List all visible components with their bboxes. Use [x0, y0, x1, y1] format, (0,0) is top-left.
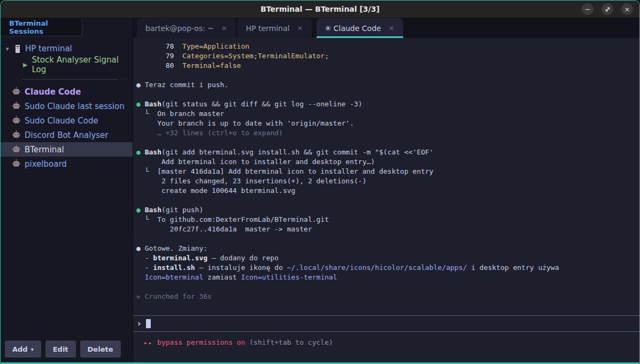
- terminal-line: ● Gotowe. Zmiany:: [136, 244, 639, 253]
- session-label: pixelboard: [25, 159, 67, 169]
- terminal-line: [136, 71, 639, 80]
- terminal-line: 80 Terminal=false: [136, 61, 639, 71]
- play-icon: ▶: [23, 61, 27, 68]
- tab-label: ✳ Claude Code: [325, 24, 381, 33]
- terminal-line: 2 files changed, 23 insertions(+), 2 del…: [136, 176, 639, 186]
- terminal-line: Your branch is up to date with 'origin/m…: [136, 119, 639, 128]
- close-button[interactable]: ×: [621, 3, 633, 15]
- session-label: Sudo Claude Code: [25, 116, 98, 126]
- terminal-line: 78 Type=Application: [136, 42, 639, 51]
- permissions-hint-text: (shift+tab to cycle): [245, 338, 333, 346]
- session-item-discord-bot-analyser[interactable]: Discord Bot Analyser: [1, 128, 133, 142]
- permissions-mode-text: bypass permissions on: [157, 338, 245, 346]
- terminal-line: … +32 lines (ctrl+o to expand): [136, 128, 639, 138]
- session-label: Discord Bot Analyser: [25, 130, 108, 140]
- robot-icon: [12, 130, 20, 141]
- sessions-header: BTerminal Sessions: [1, 18, 82, 36]
- window-controls: − ×: [582, 3, 639, 15]
- text-cursor: [146, 319, 151, 328]
- terminal-line: Add bterminal icon to installer and desk…: [136, 157, 639, 167]
- double-arrow-icon: ▸▸: [144, 339, 153, 346]
- terminal-line: └ To github.com:DexterFromLab/BTerminal.…: [136, 215, 639, 224]
- session-item-sudo-claude-code[interactable]: Sudo Claude Code: [1, 113, 133, 128]
- tab-hp-terminal[interactable]: HP terminal ×: [237, 18, 312, 38]
- terminal-line: Icon=bterminal zamiast Icon=utilities-te…: [136, 273, 639, 282]
- add-button[interactable]: Add ▾: [5, 340, 41, 358]
- close-tab-icon[interactable]: ×: [221, 24, 227, 32]
- main-area: bartek@pop-os: ~ × HP terminal × ✳ Claud…: [133, 18, 639, 362]
- tab-bar: bartek@pop-os: ~ × HP terminal × ✳ Claud…: [133, 18, 639, 38]
- session-item-claude-code[interactable]: Claude Code: [1, 84, 133, 99]
- minimize-button[interactable]: −: [582, 3, 593, 15]
- prompt-input[interactable]: ›: [133, 315, 639, 332]
- sidebar-footer: Add ▾ Edit Delete: [1, 340, 133, 362]
- sidebar-divider: ···: [22, 77, 127, 81]
- chevron-down-icon[interactable]: ▾: [6, 45, 14, 52]
- session-label: Claude Code: [25, 87, 81, 97]
- titlebar: BTerminal — BTerminal [3/3] − ×: [1, 1, 639, 18]
- terminal-line: 79 Categories=System;TerminalEmulator;: [136, 51, 639, 61]
- tab-label: bartek@pop-os: ~: [145, 24, 214, 33]
- maximize-icon: [605, 6, 611, 12]
- terminal-line: └ On branch master: [136, 109, 639, 119]
- terminal-line: [136, 138, 639, 148]
- tree-item-label: Stock Analyser Signal Log: [32, 55, 133, 74]
- session-item-bterminal[interactable]: BTerminal: [1, 142, 133, 157]
- maximize-button[interactable]: [602, 3, 613, 15]
- terminal-output: 78 Type=Application 79 Categories=System…: [133, 38, 639, 301]
- prompt-chevron-icon: ›: [136, 319, 142, 328]
- terminal-line: [136, 282, 639, 292]
- terminal-line: create mode 100644 bterminal.svg: [136, 186, 639, 196]
- session-label: Sudo Claude last session: [25, 102, 125, 111]
- terminal-line: ● Bash(git status && git diff && git log…: [136, 99, 639, 109]
- terminal-line: - install.sh — instaluje ikonę do ~/.loc…: [136, 263, 639, 273]
- robot-icon: [12, 159, 20, 169]
- tree-item-hp-terminal[interactable]: ▾ HP terminal: [1, 41, 133, 57]
- window-title: BTerminal — BTerminal [3/3]: [1, 5, 639, 13]
- tree-item-label: HP terminal: [25, 44, 72, 53]
- tab-label: HP terminal: [246, 24, 290, 33]
- session-tree: ▾ HP terminal ▶ Stock Analyser Signal Lo…: [1, 36, 133, 73]
- sessions-sidebar: BTerminal Sessions ▾ HP terminal: [1, 18, 133, 362]
- close-tab-icon[interactable]: ×: [389, 24, 395, 32]
- edit-button[interactable]: Edit: [45, 340, 76, 358]
- robot-icon: [12, 144, 20, 155]
- tab-claude-code[interactable]: ✳ Claude Code ×: [317, 18, 403, 38]
- session-item-pixelboard[interactable]: pixelboard: [1, 157, 133, 171]
- permissions-status-line: ▸▸ bypass permissions on (shift+tab to c…: [133, 338, 639, 348]
- terminal-line: ✳ Crunched for 36s: [136, 292, 639, 301]
- close-icon: ×: [624, 6, 630, 13]
- terminal-line: ● Teraz commit i push.: [136, 80, 639, 90]
- terminal-line: └ [master 416da1a] Add bterminal icon to…: [136, 167, 639, 176]
- terminal-line: [136, 196, 639, 205]
- close-tab-icon[interactable]: ×: [297, 24, 303, 32]
- robot-icon: [12, 87, 20, 97]
- session-label: BTerminal: [25, 145, 64, 154]
- terminal-line: [136, 90, 639, 99]
- terminal-line: ● Bash(git add bterminal.svg install.sh …: [136, 148, 639, 157]
- robot-icon: [12, 101, 20, 112]
- caret-down-icon: ▾: [31, 346, 34, 352]
- terminal-line: 20fc27f..416da1a master -> master: [136, 224, 639, 234]
- tree-item-stock-analyser[interactable]: ▶ Stock Analyser Signal Log: [1, 57, 133, 73]
- minimize-icon: −: [585, 6, 591, 13]
- terminal-pane: 78 Type=Application 79 Categories=System…: [133, 38, 639, 362]
- delete-button[interactable]: Delete: [80, 340, 121, 358]
- terminal-line: - bterminal.svg — dodany do repo: [136, 253, 639, 263]
- session-item-sudo-claude-last-session[interactable]: Sudo Claude last session: [1, 99, 133, 113]
- session-list: Claude Code Sudo Claude last session Sud…: [1, 84, 133, 171]
- terminal-line: [136, 234, 639, 244]
- tab-bartek-pop-os[interactable]: bartek@pop-os: ~ ×: [137, 18, 236, 38]
- computer-icon: [14, 44, 21, 53]
- terminal-line: ● Bash(git push): [136, 205, 639, 215]
- robot-icon: [12, 115, 20, 126]
- sidebar-header-row: BTerminal Sessions: [1, 18, 133, 36]
- bterminal-window: BTerminal — BTerminal [3/3] − × BTermina…: [0, 0, 640, 364]
